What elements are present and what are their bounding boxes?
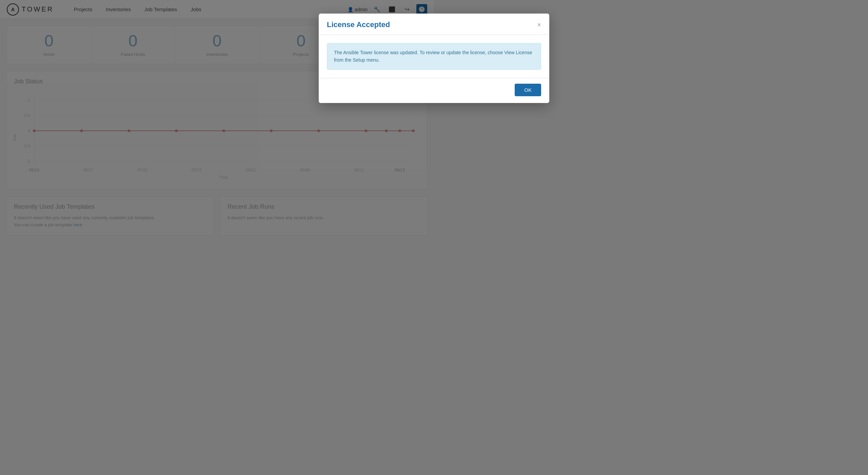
modal-message: The Ansible Tower license was updated. T…: [327, 43, 434, 70]
modal-overlay: License Accepted × The Ansible Tower lic…: [0, 0, 434, 238]
modal-header: License Accepted ×: [319, 14, 434, 35]
modal-footer: OK: [319, 78, 434, 103]
license-modal: License Accepted × The Ansible Tower lic…: [319, 14, 434, 103]
modal-body: The Ansible Tower license was updated. T…: [319, 35, 434, 78]
modal-title: License Accepted: [327, 20, 390, 29]
